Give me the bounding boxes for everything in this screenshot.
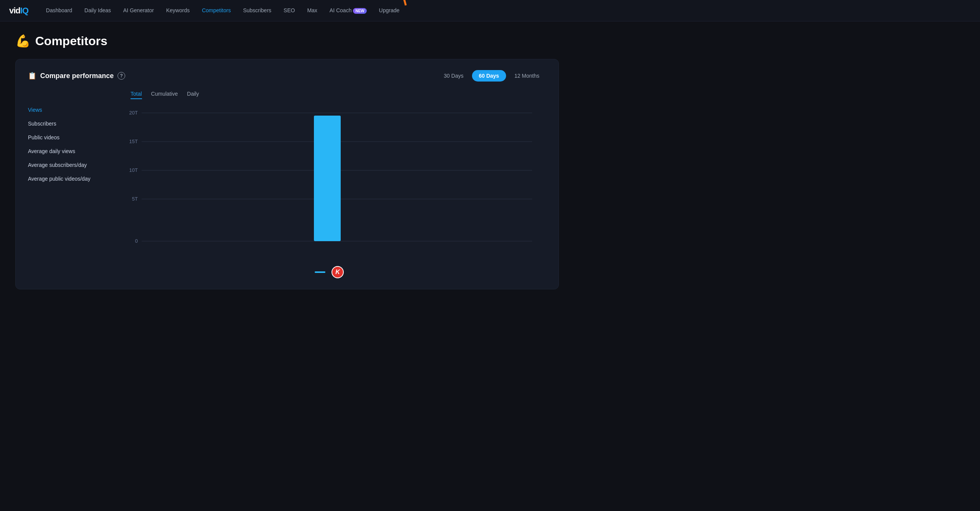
metric-avg-subs-day[interactable]: Average subscribers/day <box>28 158 106 172</box>
bar-element <box>314 116 341 241</box>
svg-text:0: 0 <box>135 238 138 244</box>
logo-vid: vid <box>9 6 20 15</box>
svg-text:10T: 10T <box>129 167 138 173</box>
metric-avg-videos-day[interactable]: Average public videos/day <box>28 172 106 186</box>
time-btn-30days[interactable]: 30 Days <box>437 70 470 82</box>
nav-item-max[interactable]: Max <box>302 5 322 16</box>
nav-item-upgrade[interactable]: Upgrade <box>374 5 405 16</box>
chart-area: TotalCumulativeDaily 20T 15T 10T <box>112 91 546 278</box>
chart-svg-wrapper: 20T 15T 10T 5T 0 <box>112 105 546 260</box>
nav-item-seo[interactable]: SEO <box>278 5 301 16</box>
page-title-text: Competitors <box>35 34 107 48</box>
metric-subscribers[interactable]: Subscribers <box>28 117 106 131</box>
chart-type-daily[interactable]: Daily <box>187 91 199 99</box>
legend-line <box>315 271 325 273</box>
compare-performance-card: 📋 Compare performance ? 30 Days60 Days12… <box>15 59 559 289</box>
page-content: 💪 Competitors 📋 Compare performance <box>0 21 574 302</box>
nav-item-keywords[interactable]: Keywords <box>161 5 195 16</box>
time-btn-12months[interactable]: 12 Months <box>508 70 546 82</box>
svg-text:15T: 15T <box>129 139 138 144</box>
chart-type-buttons: TotalCumulativeDaily <box>112 91 546 99</box>
chart-type-cumulative[interactable]: Cumulative <box>151 91 178 99</box>
logo[interactable]: vidIQ <box>9 6 28 16</box>
navbar: vidIQ DashboardDaily IdeasAI GeneratorKe… <box>0 0 980 21</box>
metric-avg-daily-views[interactable]: Average daily views <box>28 144 106 158</box>
legend-avatar-item: K <box>332 266 344 278</box>
nav-item-subscribers[interactable]: Subscribers <box>238 5 277 16</box>
bar-chart: 20T 15T 10T 5T 0 <box>112 105 546 258</box>
nav-item-competitors[interactable]: Competitors <box>196 5 236 16</box>
time-range-buttons: 30 Days60 Days12 Months <box>437 70 546 82</box>
nav-item-ai-generator[interactable]: AI Generator <box>118 5 159 16</box>
legend-line-item <box>315 271 325 273</box>
card-title: 📋 Compare performance ? <box>28 72 125 80</box>
nav-item-dashboard[interactable]: Dashboard <box>41 5 78 16</box>
svg-text:5T: 5T <box>132 196 138 202</box>
page-title: 💪 Competitors <box>15 34 559 48</box>
card-header: 📋 Compare performance ? 30 Days60 Days12… <box>28 70 546 82</box>
card-title-text: Compare performance <box>40 72 114 80</box>
metric-views[interactable]: Views <box>28 103 106 117</box>
page-icon: 💪 <box>15 34 31 48</box>
legend-avatar: K <box>332 266 344 278</box>
logo-iq: IQ <box>20 6 28 15</box>
svg-text:20T: 20T <box>129 110 138 116</box>
help-icon[interactable]: ? <box>118 72 125 80</box>
nav-item-ai-coach[interactable]: AI CoachNEW <box>324 5 372 16</box>
nav-item-daily-ideas[interactable]: Daily Ideas <box>79 5 116 16</box>
chart-container: ViewsSubscribersPublic videosAverage dai… <box>28 91 546 278</box>
time-btn-60days[interactable]: 60 Days <box>472 70 506 82</box>
chart-legend: K <box>112 266 546 278</box>
metrics-sidebar: ViewsSubscribersPublic videosAverage dai… <box>28 91 112 278</box>
nav-items: DashboardDaily IdeasAI GeneratorKeywords… <box>41 5 971 16</box>
chart-type-total[interactable]: Total <box>131 91 142 99</box>
card-icon: 📋 <box>28 72 36 80</box>
metric-public-videos[interactable]: Public videos <box>28 131 106 144</box>
